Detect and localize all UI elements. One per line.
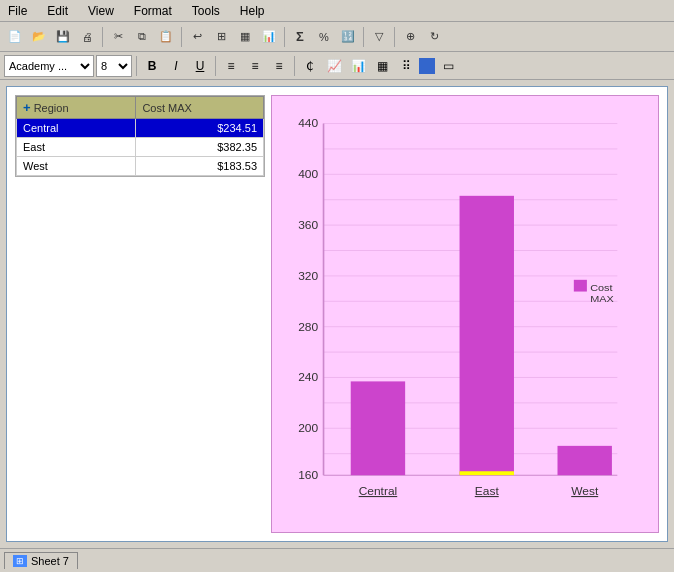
sheet-tab[interactable]: ⊞ Sheet 7 bbox=[4, 552, 78, 569]
dots-btn[interactable]: ⠿ bbox=[395, 55, 417, 77]
underline-button[interactable]: U bbox=[189, 55, 211, 77]
data-btn[interactable]: ⊕ bbox=[399, 26, 421, 48]
sep2 bbox=[181, 27, 182, 47]
legend-color bbox=[574, 280, 587, 292]
grid-view-btn[interactable]: ▦ bbox=[371, 55, 393, 77]
menubar: File Edit View Format Tools Help bbox=[0, 0, 674, 22]
menu-help[interactable]: Help bbox=[236, 3, 269, 19]
expand-icon[interactable]: + bbox=[23, 100, 31, 115]
region-cell: West bbox=[17, 157, 136, 176]
paste-button[interactable]: 📋 bbox=[155, 26, 177, 48]
legend-label2: MAX bbox=[590, 294, 614, 304]
currency-btn[interactable]: ₵ bbox=[299, 55, 321, 77]
color-btn[interactable] bbox=[419, 58, 435, 74]
svg-text:440: 440 bbox=[298, 118, 318, 129]
main-toolbar: 📄 📂 💾 🖨 ✂ ⧉ 📋 ↩ ⊞ ▦ 📊 Σ % 🔢 ▽ ⊕ ↻ bbox=[0, 22, 674, 52]
chart-btn[interactable]: 📊 bbox=[258, 26, 280, 48]
menu-tools[interactable]: Tools bbox=[188, 3, 224, 19]
new-button[interactable]: 📄 bbox=[4, 26, 26, 48]
filter-btn[interactable]: ▽ bbox=[368, 26, 390, 48]
main-content: + Region Cost MAX Central $234.51 East $… bbox=[0, 80, 674, 548]
svg-text:240: 240 bbox=[298, 372, 318, 383]
menu-file[interactable]: File bbox=[4, 3, 31, 19]
sep3 bbox=[284, 27, 285, 47]
sum-btn[interactable]: Σ bbox=[289, 26, 311, 48]
table-row[interactable]: West $183.53 bbox=[17, 157, 264, 176]
data-table: + Region Cost MAX Central $234.51 East $… bbox=[15, 95, 265, 177]
value-cell: $234.51 bbox=[136, 119, 264, 138]
percent-btn[interactable]: % bbox=[313, 26, 335, 48]
label-east: East bbox=[475, 485, 500, 496]
cut-button[interactable]: ✂ bbox=[107, 26, 129, 48]
style-btn[interactable]: ▭ bbox=[437, 55, 459, 77]
sep5 bbox=[394, 27, 395, 47]
sheet-icon: ⊞ bbox=[13, 555, 27, 567]
font-selector[interactable]: Academy ... bbox=[4, 55, 94, 77]
bold-button[interactable]: B bbox=[141, 55, 163, 77]
table-row[interactable]: East $382.35 bbox=[17, 138, 264, 157]
menu-view[interactable]: View bbox=[84, 3, 118, 19]
save-button[interactable]: 💾 bbox=[52, 26, 74, 48]
table-row[interactable]: Central $234.51 bbox=[17, 119, 264, 138]
sheet-label: Sheet 7 bbox=[31, 555, 69, 567]
svg-text:360: 360 bbox=[298, 220, 318, 231]
value-cell: $183.53 bbox=[136, 157, 264, 176]
align-center-button[interactable]: ≡ bbox=[244, 55, 266, 77]
value-cell: $382.35 bbox=[136, 138, 264, 157]
italic-button[interactable]: I bbox=[165, 55, 187, 77]
font-size-selector[interactable]: 8 bbox=[96, 55, 132, 77]
label-west: West bbox=[571, 485, 599, 496]
region-cell: Central bbox=[17, 119, 136, 138]
bar-east bbox=[460, 196, 514, 475]
sep1 bbox=[102, 27, 103, 47]
cost-max-header: Cost MAX bbox=[136, 97, 264, 119]
bar-west bbox=[558, 446, 612, 475]
format-toolbar: Academy ... 8 B I U ≡ ≡ ≡ ₵ 📈 📊 ▦ ⠿ ▭ bbox=[0, 52, 674, 80]
region-header: + Region bbox=[17, 97, 136, 119]
open-button[interactable]: 📂 bbox=[28, 26, 50, 48]
svg-text:160: 160 bbox=[298, 470, 318, 481]
table-btn[interactable]: ⊞ bbox=[210, 26, 232, 48]
sep-fmt2 bbox=[215, 56, 216, 76]
sep4 bbox=[363, 27, 364, 47]
chart-area: 440 400 360 bbox=[271, 95, 659, 533]
svg-text:280: 280 bbox=[298, 321, 318, 332]
statusbar: ⊞ Sheet 7 bbox=[0, 548, 674, 572]
bar-central bbox=[351, 381, 405, 475]
region-cell: East bbox=[17, 138, 136, 157]
legend-label: Cost bbox=[590, 282, 612, 292]
sep-fmt3 bbox=[294, 56, 295, 76]
undo-button[interactable]: ↩ bbox=[186, 26, 208, 48]
chart-type-btn[interactable]: 📈 bbox=[323, 55, 345, 77]
refresh-btn[interactable]: ↻ bbox=[423, 26, 445, 48]
east-highlight bbox=[460, 471, 514, 475]
bar-chart-btn[interactable]: 📊 bbox=[347, 55, 369, 77]
menu-format[interactable]: Format bbox=[130, 3, 176, 19]
print-button[interactable]: 🖨 bbox=[76, 26, 98, 48]
grid-btn[interactable]: ▦ bbox=[234, 26, 256, 48]
svg-text:200: 200 bbox=[298, 423, 318, 434]
calc-btn[interactable]: 🔢 bbox=[337, 26, 359, 48]
align-left-button[interactable]: ≡ bbox=[220, 55, 242, 77]
copy-button[interactable]: ⧉ bbox=[131, 26, 153, 48]
label-central: Central bbox=[359, 485, 398, 496]
menu-edit[interactable]: Edit bbox=[43, 3, 72, 19]
content-panel: + Region Cost MAX Central $234.51 East $… bbox=[6, 86, 668, 542]
svg-text:320: 320 bbox=[298, 270, 318, 281]
bar-chart: 440 400 360 bbox=[280, 104, 650, 524]
sep-fmt1 bbox=[136, 56, 137, 76]
align-right-button[interactable]: ≡ bbox=[268, 55, 290, 77]
svg-text:400: 400 bbox=[298, 169, 318, 180]
